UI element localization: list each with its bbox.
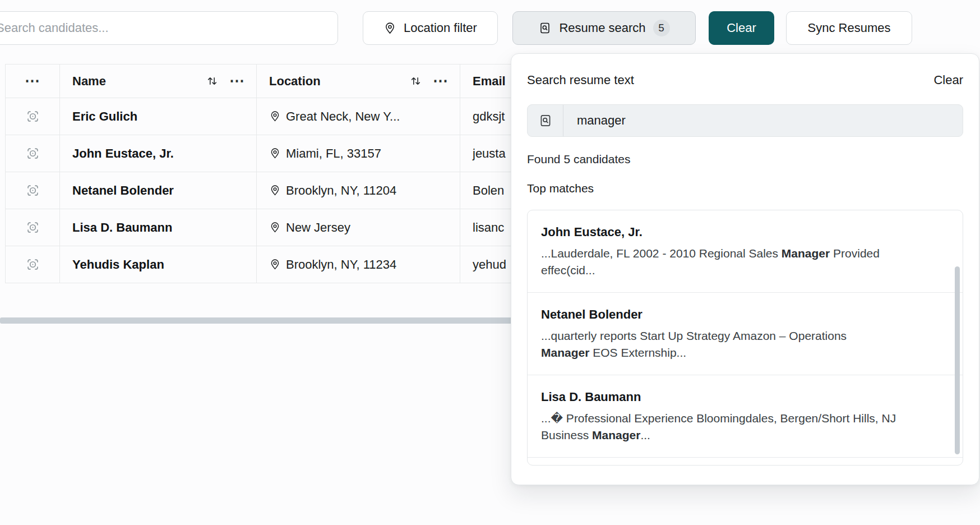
candidate-location-cell: New Jersey (257, 209, 460, 246)
candidate-location-cell: Brooklyn, NY, 11204 (257, 172, 460, 209)
candidate-name: John Eustace, Jr. (60, 135, 257, 172)
result-item[interactable]: John Eustace, Jr. ...Lauderdale, FL 2002… (528, 210, 963, 293)
map-pin-icon (269, 259, 281, 270)
row-action-cell (6, 209, 60, 246)
map-pin-icon (383, 22, 396, 35)
highlighted-match: Manager (592, 429, 640, 441)
result-snippet: ...quarterly reports Start Up Strategy A… (541, 328, 929, 361)
doc-search-icon (528, 105, 563, 136)
result-item[interactable]: Netanel Bolender ...quarterly reports St… (528, 293, 963, 375)
scan-icon[interactable] (25, 220, 40, 235)
vertical-scrollbar-thumb[interactable] (955, 266, 960, 454)
name-column-label: Name (72, 74, 106, 89)
column-menu-icon[interactable]: ⋯ (433, 73, 449, 89)
candidate-location-cell: Miami, FL, 33157 (257, 135, 460, 172)
popover-title: Search resume text (527, 73, 634, 88)
candidate-location: New Jersey (286, 220, 350, 235)
column-menu-icon[interactable]: ⋯ (229, 73, 245, 89)
resume-search-label: Resume search (559, 21, 645, 35)
clear-button-label: Clear (727, 21, 756, 35)
candidate-location-cell: Brooklyn, NY, 11234 (257, 246, 460, 283)
resume-search-count-badge: 5 (653, 20, 670, 36)
candidate-location: Brooklyn, NY, 11204 (286, 183, 396, 198)
resume-search-button[interactable]: Resume search 5 (512, 11, 696, 45)
sync-resumes-button[interactable]: Sync Resumes (786, 11, 912, 45)
result-candidate-name: Lisa D. Baumann (541, 390, 929, 404)
sort-icon[interactable] (206, 75, 218, 87)
top-matches-label: Top matches (527, 182, 963, 195)
map-pin-icon (269, 148, 281, 159)
candidate-location: Great Neck, New Y... (286, 109, 400, 124)
map-pin-icon (269, 222, 281, 233)
candidate-name: Eric Gulich (60, 98, 257, 135)
header-name-cell: Name ⋯ (60, 65, 257, 98)
resume-query-field (527, 104, 963, 137)
resume-search-icon (538, 21, 552, 35)
candidate-location: Brooklyn, NY, 11234 (286, 257, 396, 272)
found-candidates-text: Found 5 candidates (527, 153, 963, 166)
scan-icon[interactable] (25, 109, 40, 124)
candidate-name: Lisa D. Baumann (60, 209, 257, 246)
candidate-name: Yehudis Kaplan (60, 246, 257, 283)
row-action-cell (6, 172, 60, 209)
result-candidate-name: Netanel Bolender (541, 307, 929, 322)
scan-icon[interactable] (25, 146, 40, 161)
highlighted-match: Manager (782, 247, 830, 260)
header-location-cell: Location ⋯ (257, 65, 460, 98)
column-menu-icon[interactable]: ⋯ (25, 73, 40, 89)
scan-icon[interactable] (25, 183, 40, 198)
location-filter-button[interactable]: Location filter (363, 11, 498, 45)
row-action-cell (6, 246, 60, 283)
resume-search-popover: Search resume text Clear Found 5 candida… (511, 53, 979, 485)
row-action-cell (6, 135, 60, 172)
scan-icon[interactable] (25, 257, 40, 272)
candidate-location: Miami, FL, 33157 (286, 146, 381, 161)
location-column-label: Location (269, 74, 321, 89)
popover-clear-button[interactable]: Clear (933, 73, 963, 88)
sync-resumes-label: Sync Resumes (808, 21, 891, 35)
candidate-name: Netanel Bolender (60, 172, 257, 209)
result-snippet: ...Lauderdale, FL 2002 - 2010 Regional S… (541, 245, 929, 279)
email-column-label: Email (473, 74, 506, 89)
row-action-cell (6, 98, 60, 135)
result-candidate-name: John Eustace, Jr. (541, 225, 929, 240)
search-input[interactable] (0, 11, 338, 45)
result-item[interactable]: Lisa D. Baumann ...� Professional Experi… (528, 375, 963, 458)
map-pin-icon (269, 185, 281, 196)
header-menu-cell: ⋯ (6, 65, 60, 98)
location-filter-label: Location filter (404, 21, 477, 35)
sort-icon[interactable] (410, 75, 422, 87)
resume-query-input[interactable] (563, 113, 963, 128)
top-matches-list: John Eustace, Jr. ...Lauderdale, FL 2002… (527, 210, 963, 466)
clear-button[interactable]: Clear (709, 11, 774, 45)
map-pin-icon (269, 110, 281, 122)
result-snippet: ...� Professional Experience Bloomingdal… (541, 410, 929, 444)
candidate-location-cell: Great Neck, New Y... (257, 98, 460, 135)
highlighted-match: Manager (541, 346, 589, 359)
